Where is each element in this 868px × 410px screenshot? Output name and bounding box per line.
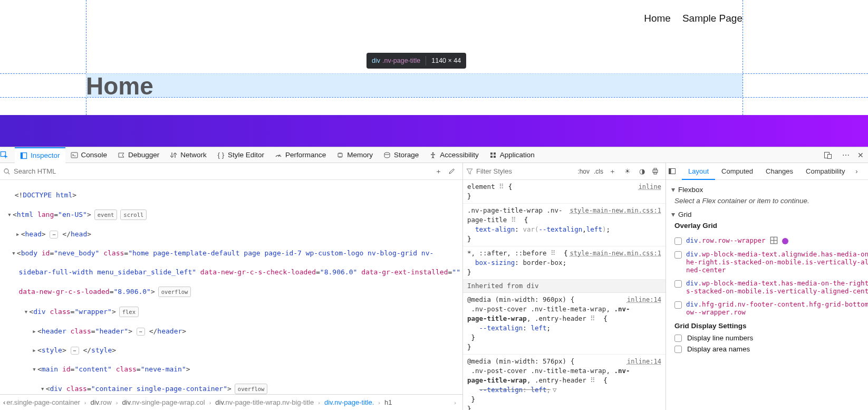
checkbox[interactable]: [674, 335, 682, 342]
tab-debugger[interactable]: Debugger: [112, 147, 165, 163]
rules-body[interactable]: inline element ⠿ {} style-main-new.min.c…: [463, 180, 666, 410]
purple-hero: [0, 115, 868, 147]
inspector-icon: [20, 152, 27, 159]
tab-network[interactable]: Network: [165, 147, 212, 163]
checkbox[interactable]: [674, 251, 682, 259]
element-picker-icon[interactable]: [0, 151, 15, 159]
kebab-icon[interactable]: ⋯: [838, 151, 853, 159]
crumb[interactable]: h1: [384, 398, 392, 406]
svg-rect-17: [654, 168, 657, 170]
setting-line-numbers[interactable]: Display line numbers: [674, 334, 868, 342]
tab-accessibility[interactable]: Accessibility: [424, 147, 484, 163]
source-link[interactable]: inline: [639, 182, 661, 192]
tab-application[interactable]: Application: [484, 147, 540, 163]
rule-media-576[interactable]: inline:14 @media (min-width: 576px) { .n…: [463, 355, 666, 410]
responsive-mode-icon[interactable]: [824, 151, 838, 159]
debugger-icon: [118, 151, 125, 159]
badge-event[interactable]: event: [94, 209, 118, 220]
nav-link-sample[interactable]: Sample Page: [682, 13, 742, 24]
crumb[interactable]: div.nv-page-title-wrap.nv-big-title: [215, 398, 314, 406]
hov-toggle[interactable]: :hov: [577, 168, 590, 175]
sidebar-toggle-icon[interactable]: [668, 167, 682, 175]
tab-memory[interactable]: Memory: [331, 147, 378, 163]
grid-overlay-item[interactable]: div.wp-block-media-text.alignwide.has-me…: [674, 247, 868, 276]
crumb[interactable]: div.row: [91, 398, 112, 406]
tab-inspector[interactable]: Inspector: [15, 147, 65, 163]
tab-console[interactable]: Console: [65, 147, 113, 163]
source-link[interactable]: style-main-new.min.css:1: [570, 249, 661, 258]
site-nav: Home Sample Page: [644, 13, 742, 24]
checkbox[interactable]: [674, 237, 682, 245]
svg-point-7: [432, 152, 434, 154]
source-link[interactable]: style-main-new.min.css:1: [570, 206, 661, 215]
setting-area-names[interactable]: Display area names: [674, 345, 868, 353]
checkbox[interactable]: [674, 346, 682, 353]
tooltip-tag: div: [372, 57, 380, 64]
search-icon: [3, 168, 11, 175]
print-icon[interactable]: [652, 168, 662, 175]
grid-overlay-item[interactable]: div.wp-block-media-text.has-media-on-the…: [674, 276, 868, 298]
markup-pane: ＋ <!DOCTYPE html> <html lang="en-US">eve…: [0, 163, 463, 410]
svg-rect-2: [21, 152, 23, 158]
inherited-header: Inherited from div: [463, 280, 666, 293]
color-swatch[interactable]: [782, 238, 788, 244]
source-link[interactable]: inline:14: [627, 357, 661, 366]
crumb-next-icon[interactable]: ›: [454, 399, 456, 406]
crumb-active[interactable]: div.nv-page-title.: [324, 398, 374, 406]
subtab-changes[interactable]: Changes: [759, 163, 799, 180]
rule-media-960[interactable]: inline:14 @media (min-width: 960px) { .n…: [463, 293, 666, 355]
rules-pane: :hov .cls ＋ ☀ ◑ inline element ⠿ {} styl…: [463, 163, 666, 410]
chevron-right-icon[interactable]: ›: [851, 167, 862, 175]
add-node-icon[interactable]: ＋: [433, 167, 445, 176]
crumb-prev-icon[interactable]: ‹: [3, 398, 5, 406]
breadcrumbs[interactable]: ‹ er.single-page-container› div.row› div…: [0, 394, 462, 410]
grid-header[interactable]: Grid: [671, 210, 868, 218]
grid-overlay-item[interactable]: div.row.row--wrapper: [674, 234, 868, 247]
rule-element[interactable]: inline element ⠿ {}: [463, 180, 666, 204]
subtab-computed[interactable]: Computed: [715, 163, 759, 180]
close-icon[interactable]: ✕: [853, 151, 868, 159]
grid-overlay-item[interactable]: div.hfg-grid.nv-footer-content.hfg-grid-…: [674, 298, 868, 319]
tab-label: Storage: [394, 151, 419, 159]
funnel-icon[interactable]: ▽: [553, 386, 557, 394]
crumb[interactable]: er.single-page-container: [6, 398, 80, 406]
tab-performance[interactable]: Performance: [269, 147, 331, 163]
svg-rect-3: [71, 152, 78, 158]
light-scheme-icon[interactable]: ☀: [622, 167, 633, 175]
rule-universal[interactable]: style-main-new.min.css:1 *, ::after, ::b…: [463, 246, 666, 280]
flexbox-header[interactable]: Flexbox: [671, 185, 868, 194]
search-html[interactable]: [3, 167, 430, 175]
crumb[interactable]: div.nv-single-page-wrap.col: [122, 398, 205, 406]
subtab-layout[interactable]: Layout: [682, 163, 715, 180]
tab-label: Style Editor: [228, 151, 264, 159]
source-link[interactable]: inline:14: [627, 295, 661, 304]
nav-link-home[interactable]: Home: [644, 13, 671, 24]
tab-label: Debugger: [128, 151, 159, 159]
funnel-icon: [466, 168, 473, 175]
svg-rect-20: [669, 169, 671, 174]
cls-toggle[interactable]: .cls: [594, 168, 603, 175]
rule-page-title[interactable]: style-main-new.min.css:1 .nv-page-title-…: [463, 204, 666, 246]
grid-settings-header: Grid Display Settings: [674, 322, 868, 330]
new-rule-icon[interactable]: ＋: [607, 167, 618, 176]
dark-scheme-icon[interactable]: ◑: [637, 167, 648, 175]
checkbox[interactable]: [674, 301, 682, 309]
svg-rect-10: [490, 156, 493, 158]
filter-input[interactable]: [476, 167, 573, 175]
grid-badge-icon[interactable]: [770, 236, 778, 244]
badge-scroll[interactable]: scroll: [120, 209, 147, 220]
tab-label: Network: [180, 151, 207, 159]
checkbox[interactable]: [674, 280, 682, 288]
markup-tree[interactable]: <!DOCTYPE html> <html lang="en-US">event…: [0, 180, 462, 394]
badge-flex[interactable]: flex: [119, 307, 139, 317]
filter-styles[interactable]: [466, 167, 573, 175]
eyedropper-icon[interactable]: [448, 168, 459, 175]
tab-storage[interactable]: Storage: [378, 147, 424, 163]
layout-body[interactable]: Flexbox Select a Flex container or item …: [666, 180, 868, 410]
badge-overflow[interactable]: overflow: [235, 384, 268, 394]
badge-overflow[interactable]: overflow: [158, 287, 191, 297]
search-html-input[interactable]: [14, 167, 430, 175]
svg-rect-8: [490, 152, 493, 155]
subtab-compat[interactable]: Compatibility: [799, 163, 851, 180]
tab-style-editor[interactable]: { }Style Editor: [212, 147, 269, 163]
